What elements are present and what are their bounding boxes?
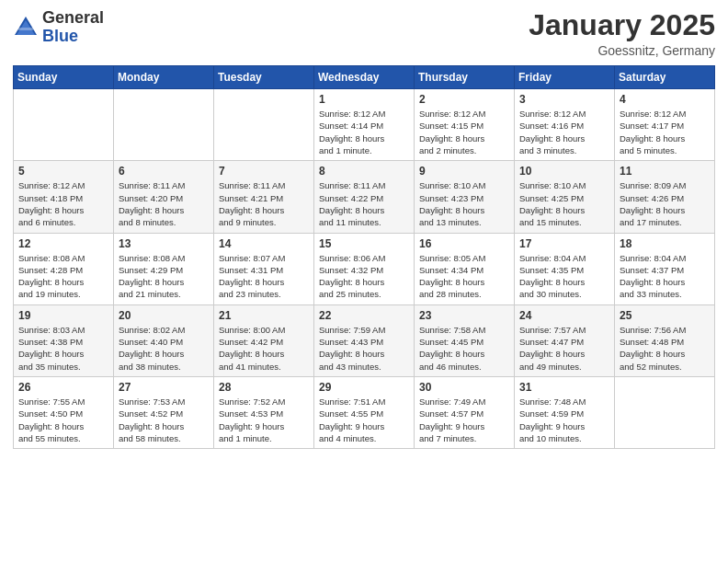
- day-info: Sunrise: 8:04 AM Sunset: 4:35 PM Dayligh…: [519, 252, 609, 301]
- calendar-cell: 7Sunrise: 8:11 AM Sunset: 4:21 PM Daylig…: [214, 161, 314, 233]
- day-number: 27: [119, 381, 209, 394]
- day-info: Sunrise: 8:11 AM Sunset: 4:21 PM Dayligh…: [219, 179, 309, 228]
- day-number: 1: [319, 93, 409, 106]
- calendar-header-saturday: Saturday: [615, 66, 715, 89]
- day-number: 2: [419, 93, 509, 106]
- calendar-cell: 17Sunrise: 8:04 AM Sunset: 4:35 PM Dayli…: [515, 233, 615, 304]
- calendar-header-sunday: Sunday: [14, 66, 114, 89]
- day-info: Sunrise: 8:11 AM Sunset: 4:22 PM Dayligh…: [319, 179, 409, 228]
- calendar-cell: 12Sunrise: 8:08 AM Sunset: 4:28 PM Dayli…: [14, 233, 114, 304]
- day-number: 7: [219, 165, 309, 178]
- title-area: January 2025 Goessnitz, Germany: [529, 9, 715, 58]
- day-number: 31: [519, 381, 609, 394]
- day-info: Sunrise: 8:12 AM Sunset: 4:15 PM Dayligh…: [419, 108, 509, 156]
- day-number: 23: [419, 309, 509, 322]
- calendar-cell: 31Sunrise: 7:48 AM Sunset: 4:59 PM Dayli…: [515, 376, 615, 448]
- calendar-week-2: 5Sunrise: 8:12 AM Sunset: 4:18 PM Daylig…: [14, 161, 715, 233]
- calendar-cell: 5Sunrise: 8:12 AM Sunset: 4:18 PM Daylig…: [14, 161, 114, 233]
- day-info: Sunrise: 7:49 AM Sunset: 4:57 PM Dayligh…: [419, 396, 509, 444]
- calendar-cell: 28Sunrise: 7:52 AM Sunset: 4:53 PM Dayli…: [214, 376, 314, 448]
- day-info: Sunrise: 8:09 AM Sunset: 4:26 PM Dayligh…: [620, 179, 710, 228]
- day-number: 3: [519, 93, 609, 106]
- day-number: 4: [620, 93, 710, 106]
- calendar-header-thursday: Thursday: [415, 66, 515, 89]
- day-info: Sunrise: 8:12 AM Sunset: 4:18 PM Dayligh…: [18, 179, 108, 228]
- logo-blue-text: Blue: [42, 28, 104, 46]
- day-number: 10: [519, 165, 609, 178]
- day-number: 30: [419, 381, 509, 394]
- day-number: 19: [18, 309, 108, 322]
- calendar-cell: 3Sunrise: 8:12 AM Sunset: 4:16 PM Daylig…: [515, 89, 615, 161]
- day-number: 26: [18, 381, 108, 394]
- day-number: 11: [620, 165, 710, 178]
- calendar-cell: [114, 89, 214, 161]
- calendar-cell: 30Sunrise: 7:49 AM Sunset: 4:57 PM Dayli…: [415, 376, 515, 448]
- calendar-cell: 19Sunrise: 8:03 AM Sunset: 4:38 PM Dayli…: [14, 304, 114, 376]
- day-info: Sunrise: 8:10 AM Sunset: 4:23 PM Dayligh…: [419, 179, 509, 228]
- calendar-cell: 1Sunrise: 8:12 AM Sunset: 4:14 PM Daylig…: [314, 89, 415, 161]
- day-info: Sunrise: 8:06 AM Sunset: 4:32 PM Dayligh…: [319, 252, 409, 301]
- logo-icon: [13, 15, 39, 40]
- calendar-cell: 13Sunrise: 8:08 AM Sunset: 4:29 PM Dayli…: [114, 233, 214, 304]
- day-number: 29: [319, 381, 409, 394]
- logo-general-text: General: [42, 9, 104, 28]
- day-info: Sunrise: 8:07 AM Sunset: 4:31 PM Dayligh…: [219, 252, 309, 301]
- location: Goessnitz, Germany: [529, 43, 715, 58]
- day-info: Sunrise: 8:00 AM Sunset: 4:42 PM Dayligh…: [219, 324, 309, 373]
- calendar-cell: [214, 89, 314, 161]
- calendar-header-friday: Friday: [515, 66, 615, 89]
- calendar-cell: 10Sunrise: 8:10 AM Sunset: 4:25 PM Dayli…: [515, 161, 615, 233]
- day-number: 22: [319, 309, 409, 322]
- calendar-header-monday: Monday: [114, 66, 214, 89]
- day-number: 12: [18, 237, 108, 250]
- day-info: Sunrise: 7:57 AM Sunset: 4:47 PM Dayligh…: [519, 324, 609, 373]
- day-number: 6: [119, 165, 209, 178]
- day-info: Sunrise: 8:03 AM Sunset: 4:38 PM Dayligh…: [18, 324, 108, 373]
- day-number: 18: [620, 237, 710, 250]
- calendar-week-3: 12Sunrise: 8:08 AM Sunset: 4:28 PM Dayli…: [14, 233, 715, 304]
- calendar-week-1: 1Sunrise: 8:12 AM Sunset: 4:14 PM Daylig…: [14, 89, 715, 161]
- day-number: 17: [519, 237, 609, 250]
- day-info: Sunrise: 8:08 AM Sunset: 4:29 PM Dayligh…: [119, 252, 209, 301]
- calendar-header-row: SundayMondayTuesdayWednesdayThursdayFrid…: [14, 66, 715, 89]
- day-info: Sunrise: 8:12 AM Sunset: 4:16 PM Dayligh…: [519, 108, 609, 156]
- day-number: 8: [319, 165, 409, 178]
- day-info: Sunrise: 7:51 AM Sunset: 4:55 PM Dayligh…: [319, 396, 409, 444]
- day-info: Sunrise: 7:58 AM Sunset: 4:45 PM Dayligh…: [419, 324, 509, 373]
- day-info: Sunrise: 8:08 AM Sunset: 4:28 PM Dayligh…: [18, 252, 108, 301]
- calendar-cell: 22Sunrise: 7:59 AM Sunset: 4:43 PM Dayli…: [314, 304, 415, 376]
- day-number: 25: [620, 309, 710, 322]
- calendar-cell: 20Sunrise: 8:02 AM Sunset: 4:40 PM Dayli…: [114, 304, 214, 376]
- logo: General Blue: [13, 9, 104, 46]
- day-info: Sunrise: 7:56 AM Sunset: 4:48 PM Dayligh…: [620, 324, 710, 373]
- calendar-cell: 11Sunrise: 8:09 AM Sunset: 4:26 PM Dayli…: [615, 161, 715, 233]
- day-info: Sunrise: 8:02 AM Sunset: 4:40 PM Dayligh…: [119, 324, 209, 373]
- header: General Blue January 2025 Goessnitz, Ger…: [13, 9, 715, 58]
- calendar-cell: 24Sunrise: 7:57 AM Sunset: 4:47 PM Dayli…: [515, 304, 615, 376]
- calendar-cell: 16Sunrise: 8:05 AM Sunset: 4:34 PM Dayli…: [415, 233, 515, 304]
- calendar-cell: 6Sunrise: 8:11 AM Sunset: 4:20 PM Daylig…: [114, 161, 214, 233]
- calendar-cell: 8Sunrise: 8:11 AM Sunset: 4:22 PM Daylig…: [314, 161, 415, 233]
- day-info: Sunrise: 7:59 AM Sunset: 4:43 PM Dayligh…: [319, 324, 409, 373]
- calendar-cell: 27Sunrise: 7:53 AM Sunset: 4:52 PM Dayli…: [114, 376, 214, 448]
- day-info: Sunrise: 7:52 AM Sunset: 4:53 PM Dayligh…: [219, 396, 309, 444]
- day-info: Sunrise: 7:53 AM Sunset: 4:52 PM Dayligh…: [119, 396, 209, 444]
- day-info: Sunrise: 8:05 AM Sunset: 4:34 PM Dayligh…: [419, 252, 509, 301]
- day-number: 14: [219, 237, 309, 250]
- calendar-cell: 4Sunrise: 8:12 AM Sunset: 4:17 PM Daylig…: [615, 89, 715, 161]
- day-number: 9: [419, 165, 509, 178]
- calendar-cell: 18Sunrise: 8:04 AM Sunset: 4:37 PM Dayli…: [615, 233, 715, 304]
- month-title: January 2025: [529, 9, 715, 41]
- calendar-cell: 14Sunrise: 8:07 AM Sunset: 4:31 PM Dayli…: [214, 233, 314, 304]
- day-number: 24: [519, 309, 609, 322]
- day-number: 21: [219, 309, 309, 322]
- day-number: 15: [319, 237, 409, 250]
- calendar-cell: 2Sunrise: 8:12 AM Sunset: 4:15 PM Daylig…: [415, 89, 515, 161]
- day-info: Sunrise: 8:12 AM Sunset: 4:17 PM Dayligh…: [620, 108, 710, 156]
- day-info: Sunrise: 8:10 AM Sunset: 4:25 PM Dayligh…: [519, 179, 609, 228]
- day-number: 13: [119, 237, 209, 250]
- calendar: SundayMondayTuesdayWednesdayThursdayFrid…: [13, 65, 715, 449]
- svg-rect-2: [18, 28, 33, 30]
- day-number: 5: [18, 165, 108, 178]
- day-number: 16: [419, 237, 509, 250]
